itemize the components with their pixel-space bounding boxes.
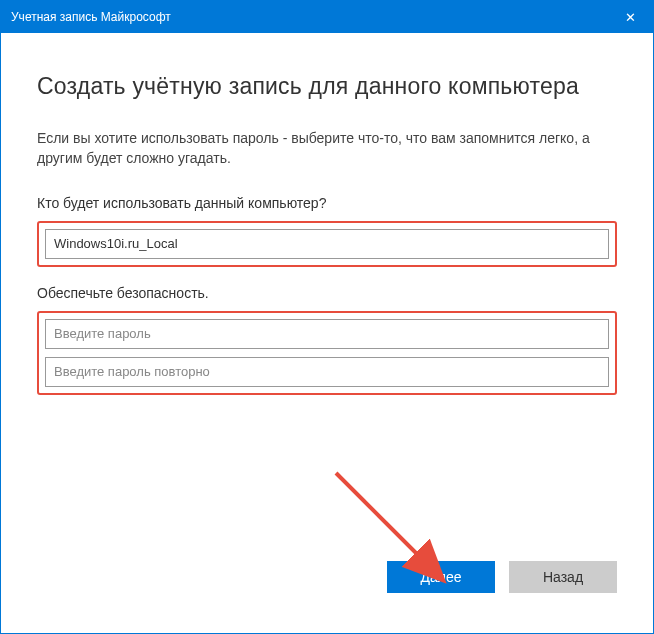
footer: Далее Назад [37, 561, 617, 613]
next-button[interactable]: Далее [387, 561, 495, 593]
titlebar: Учетная запись Майкрософт ✕ [1, 1, 653, 33]
password-highlight [37, 311, 617, 395]
description-text: Если вы хотите использовать пароль - выб… [37, 128, 617, 169]
page-title: Создать учётную запись для данного компь… [37, 73, 617, 100]
back-button[interactable]: Назад [509, 561, 617, 593]
close-button[interactable]: ✕ [608, 1, 653, 33]
close-icon: ✕ [625, 10, 636, 25]
username-highlight [37, 221, 617, 267]
window-title: Учетная запись Майкрософт [11, 10, 171, 24]
username-label: Кто будет использовать данный компьютер? [37, 195, 617, 211]
password-input[interactable] [45, 319, 609, 349]
content-area: Создать учётную запись для данного компь… [1, 33, 653, 633]
username-input[interactable] [45, 229, 609, 259]
account-dialog: Учетная запись Майкрософт ✕ Создать учёт… [0, 0, 654, 634]
password-confirm-input[interactable] [45, 357, 609, 387]
password-section-label: Обеспечьте безопасность. [37, 285, 617, 301]
